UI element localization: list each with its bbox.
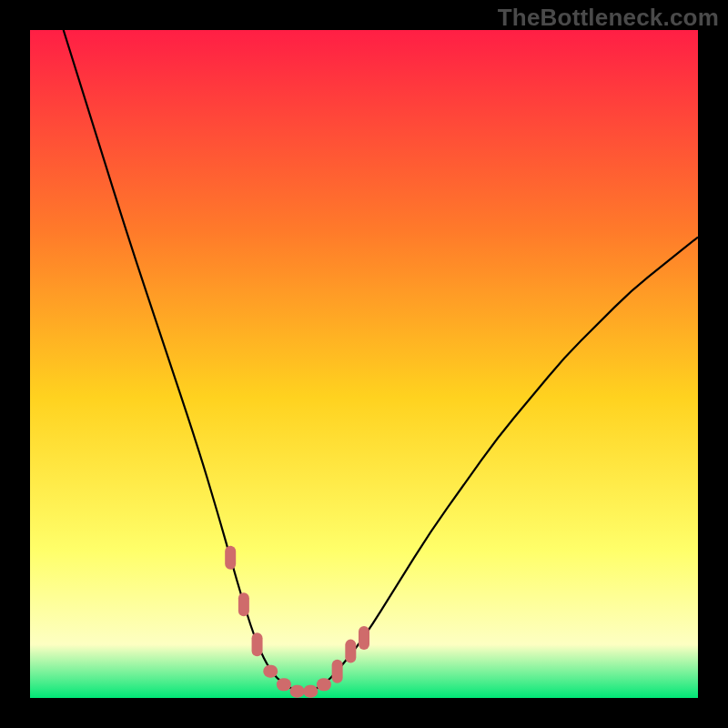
chart-svg bbox=[30, 30, 698, 698]
chart-frame: TheBottleneck.com bbox=[0, 0, 728, 728]
highlight-marker bbox=[332, 660, 343, 683]
highlight-marker bbox=[359, 626, 369, 650]
watermark-text: TheBottleneck.com bbox=[498, 4, 719, 32]
highlight-marker bbox=[290, 685, 305, 698]
highlight-marker bbox=[345, 640, 356, 663]
highlight-marker bbox=[263, 665, 278, 678]
highlight-marker bbox=[277, 678, 291, 691]
plot-canvas bbox=[30, 30, 698, 698]
highlight-marker bbox=[303, 685, 318, 698]
highlight-marker bbox=[238, 592, 249, 616]
highlight-marker bbox=[225, 546, 236, 570]
highlight-marker bbox=[252, 632, 263, 656]
highlight-marker bbox=[317, 678, 331, 691]
gradient-background bbox=[30, 30, 698, 698]
